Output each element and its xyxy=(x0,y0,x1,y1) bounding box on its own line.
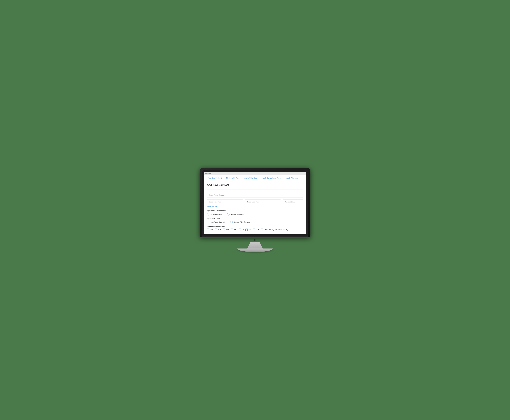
nationalities-label: Applicable Nationalities xyxy=(207,210,303,212)
sat-checkbox[interactable] xyxy=(245,229,248,231)
check-all-label: Check All Day / UnCheck All Day xyxy=(264,229,288,231)
day-sat[interactable]: Sat xyxy=(245,229,251,231)
date-wise-radio[interactable] xyxy=(207,221,209,223)
maximize-dot[interactable] xyxy=(209,173,211,174)
day-wed[interactable]: Wed xyxy=(223,229,229,231)
season-wise-label: Season Wise Contract xyxy=(234,221,250,223)
tab-modify-child-rate[interactable]: Modify Child Rate xyxy=(241,175,259,181)
days-label: Select Applicable Days xyxy=(207,225,303,227)
stand-neck xyxy=(247,242,263,248)
currency-field: Bahraini Dinar xyxy=(283,200,303,204)
tab-add-new-contract[interactable]: Add New Contract xyxy=(206,175,224,181)
season-wise-option[interactable]: Season Wise Contract xyxy=(230,221,250,223)
tue-label: Tue xyxy=(218,229,221,231)
nationalities-radio-group: All Nationalities Specify Nationality xyxy=(207,213,303,216)
fri-checkbox[interactable] xyxy=(239,229,241,231)
date-wise-option[interactable]: Date Wise Contract xyxy=(207,221,225,223)
thu-checkbox[interactable] xyxy=(231,229,233,231)
check-all-day[interactable]: Check All Day / UnCheck All Day xyxy=(261,229,288,231)
tue-checkbox[interactable] xyxy=(215,229,217,231)
fri-label: Fri xyxy=(242,229,244,231)
browser-chrome xyxy=(204,172,306,175)
day-sun[interactable]: Sun xyxy=(253,229,259,231)
rate-plan-select[interactable]: Select Rate Plan xyxy=(207,200,243,204)
selects-row: Select Rate Plan ▾ Select Meal Plan ▾ Ba xyxy=(207,200,303,204)
monitor-bottom-bar xyxy=(202,234,308,237)
check-all-checkbox[interactable] xyxy=(261,229,263,231)
minimize-dot[interactable] xyxy=(207,173,209,174)
thu-label: Thu xyxy=(234,229,237,231)
specify-nationality-radio[interactable] xyxy=(227,213,230,216)
day-tue[interactable]: Tue xyxy=(215,229,221,231)
wed-checkbox[interactable] xyxy=(223,229,225,231)
apple-logo:  xyxy=(254,238,256,242)
stand-base xyxy=(237,248,273,252)
day-mon[interactable]: Mon xyxy=(207,229,213,231)
mon-checkbox[interactable] xyxy=(207,229,209,231)
day-thu[interactable]: Thu xyxy=(231,229,237,231)
all-nationalities-option[interactable]: All Nationalities xyxy=(207,213,222,216)
tabs-bar: Add New Contract Modify Adult Rate Modif… xyxy=(204,175,306,181)
page-title: Add New Contract xyxy=(207,184,303,187)
tab-modify-cancellation-policy[interactable]: Modify Cancellation Policy xyxy=(259,175,283,181)
tab-modify-allocation[interactable]: Modify Allocation xyxy=(283,175,301,181)
all-nationalities-radio[interactable] xyxy=(207,213,209,216)
divider xyxy=(207,189,303,190)
specify-nationality-option[interactable]: Specify Nationality xyxy=(227,213,244,216)
sat-label: Sat xyxy=(248,229,251,231)
sun-label: Sun xyxy=(256,229,259,231)
season-wise-radio[interactable] xyxy=(230,221,232,223)
specify-nationality-label: Specify Nationality xyxy=(231,213,244,215)
days-checkbox-group: Mon Tue Wed xyxy=(207,229,303,231)
rate-plan-select-wrapper: Select Rate Plan ▾ xyxy=(207,200,243,204)
dates-label: Applicable Dates xyxy=(207,218,303,219)
add-new-rate-plan-link[interactable]: Add New Rate Plan xyxy=(207,206,221,208)
meal-plan-select-wrapper: Select Meal Plan ▾ xyxy=(245,200,281,204)
monitor-stand:  xyxy=(200,237,310,252)
all-nationalities-label: All Nationalities xyxy=(210,213,222,215)
mon-label: Mon xyxy=(210,229,213,231)
meal-plan-select[interactable]: Select Meal Plan xyxy=(245,200,281,204)
tab-modify-adult-rate[interactable]: Modify Adult Rate xyxy=(224,175,242,181)
dates-radio-group: Date Wise Contract Season Wise Contract xyxy=(207,221,303,223)
wed-label: Wed xyxy=(226,229,229,231)
sun-checkbox[interactable] xyxy=(253,229,255,231)
day-fri[interactable]: Fri xyxy=(239,229,244,231)
room-category-input[interactable] xyxy=(207,193,303,197)
main-content: Add New Contract Select Rate Plan ▾ xyxy=(204,181,306,234)
date-wise-label: Date Wise Contract xyxy=(210,221,225,223)
app-content: Add New Contract Modify Adult Rate Modif… xyxy=(204,175,306,234)
close-dot[interactable] xyxy=(205,173,207,174)
